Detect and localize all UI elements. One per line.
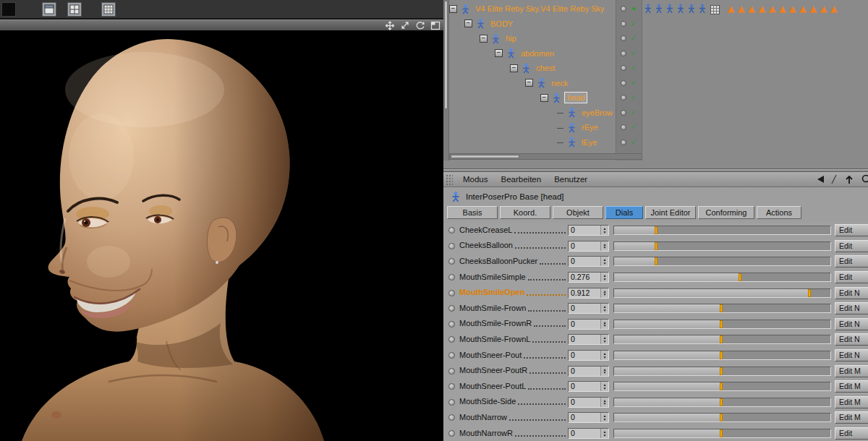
menu-benutzer[interactable]: Benutzer <box>548 175 594 184</box>
dial-slider[interactable] <box>613 413 831 422</box>
dial-value[interactable]: 0 <box>569 382 600 391</box>
attribute-tab[interactable]: Koord. <box>500 206 550 219</box>
grid-icon[interactable] <box>101 2 116 17</box>
dial-label[interactable]: MouthSmile-FrownR <box>459 319 532 329</box>
dial-spinner[interactable]: ▲ ▼ <box>600 273 608 282</box>
enabled-check-icon[interactable]: ● <box>630 5 637 12</box>
dial-spinner[interactable]: ▲ ▼ <box>600 398 608 407</box>
dial-value[interactable]: 0 <box>569 226 600 235</box>
dial-value-field[interactable]: 0 ▲ ▼ <box>568 303 609 314</box>
spinner-down-icon[interactable]: ▼ <box>603 278 607 281</box>
dial-keyframe-dot-icon[interactable] <box>448 321 455 327</box>
visibility-dot-icon[interactable] <box>621 124 626 130</box>
enabled-check-icon[interactable]: ✓ <box>630 50 637 57</box>
dial-label[interactable]: MouthSmile-FrownL <box>459 335 530 345</box>
enabled-check-icon[interactable]: ✓ <box>630 124 637 131</box>
dial-slider[interactable] <box>613 429 831 438</box>
viewport-toggle-icon[interactable] <box>430 21 441 30</box>
object-manager-horizontal-scrollbar[interactable] <box>449 153 642 160</box>
dial-label[interactable]: MouthNarrow <box>459 413 507 423</box>
spinner-down-icon[interactable]: ▼ <box>603 434 607 437</box>
dial-spinner[interactable]: ▲ ▼ <box>600 429 608 438</box>
dial-spinner[interactable]: ▲ ▼ <box>600 257 608 266</box>
dial-keyframe-dot-icon[interactable] <box>448 414 455 421</box>
attribute-tab[interactable]: Basis <box>447 206 498 219</box>
dial-edit-button[interactable]: Edit <box>835 427 868 440</box>
search-icon[interactable] <box>861 174 868 185</box>
tree-row[interactable]: − BODY ✓ <box>449 17 868 32</box>
dial-value[interactable]: 0 <box>569 320 600 329</box>
window-icon[interactable] <box>42 2 56 17</box>
dial-value[interactable]: 0 <box>569 367 600 376</box>
dial-spinner[interactable]: ▲ ▼ <box>600 335 608 344</box>
up-arrow-icon[interactable] <box>844 174 854 184</box>
figure-object-icon[interactable] <box>536 77 547 88</box>
dial-spinner[interactable]: ▲ ▼ <box>600 413 608 422</box>
menu-bearbeiten[interactable]: Bearbeiten <box>495 175 548 184</box>
dial-edit-button[interactable]: Edit <box>835 271 868 283</box>
dial-value-field[interactable]: 0.912 ▲ ▼ <box>568 288 609 299</box>
scrollbar-thumb[interactable] <box>444 1 448 109</box>
dial-label[interactable]: MouthSneer-Pout <box>459 351 522 361</box>
visibility-dot-icon[interactable] <box>621 35 626 41</box>
dial-value[interactable]: 0 <box>569 398 600 407</box>
dial-label[interactable]: CheeksBalloonPucker <box>459 257 537 267</box>
viewport-3d[interactable] <box>0 30 443 441</box>
dial-value-field[interactable]: 0 ▲ ▼ <box>568 256 609 267</box>
dial-edit-button[interactable]: Edit N <box>835 287 868 299</box>
enabled-check-icon[interactable]: ✓ <box>630 80 637 87</box>
figure-object-icon[interactable] <box>566 107 577 118</box>
ik-tag-icon[interactable] <box>687 4 696 14</box>
dial-value-field[interactable]: 0 ▲ ▼ <box>568 241 609 252</box>
dial-value[interactable]: 0 <box>569 257 600 266</box>
dial-value-field[interactable]: 0 ▲ ▼ <box>568 366 609 377</box>
dial-keyframe-dot-icon[interactable] <box>448 243 455 249</box>
attribute-tab[interactable]: Actions <box>757 206 801 219</box>
dial-label[interactable]: MouthNarrowR <box>459 429 513 439</box>
figure-object-icon[interactable] <box>566 137 577 147</box>
ik-tag-icon[interactable] <box>676 4 685 14</box>
visibility-dot-icon[interactable] <box>621 6 626 12</box>
spinner-down-icon[interactable]: ▼ <box>603 402 607 406</box>
dial-slider[interactable] <box>613 320 831 329</box>
expand-toggle-icon[interactable]: − <box>495 49 503 57</box>
grid-tag-icon[interactable] <box>710 4 720 14</box>
dial-value-field[interactable]: 0 ▲ ▼ <box>568 381 609 392</box>
dial-label[interactable]: MouthSide-Side <box>459 397 516 407</box>
enabled-check-icon[interactable]: ✓ <box>630 35 637 42</box>
spinner-down-icon[interactable]: ▼ <box>603 356 607 359</box>
dial-spinner[interactable]: ▲ ▼ <box>600 382 608 391</box>
visibility-dot-icon[interactable] <box>621 80 626 86</box>
dial-keyframe-dot-icon[interactable] <box>448 290 455 296</box>
dial-label[interactable]: MouthSmileSimple <box>459 273 526 283</box>
dial-spinner[interactable]: ▲ ▼ <box>600 320 608 329</box>
viewport-titlebar[interactable] <box>0 20 443 30</box>
visibility-dot-icon[interactable] <box>621 21 626 27</box>
dial-spinner[interactable]: ▲ ▼ <box>600 241 608 251</box>
scrollbar-thumb[interactable] <box>451 155 519 158</box>
spinner-down-icon[interactable]: ▼ <box>603 246 607 249</box>
dial-slider[interactable] <box>613 257 831 266</box>
dial-value[interactable]: 0 <box>569 429 600 438</box>
dial-label[interactable]: MouthSneer-PoutR <box>459 366 527 376</box>
dial-keyframe-dot-icon[interactable] <box>448 352 455 359</box>
dial-edit-button[interactable]: Edit M <box>835 365 868 377</box>
figure-object-icon[interactable] <box>566 122 577 133</box>
ik-tag-icon[interactable] <box>655 4 663 14</box>
morph-tag-icons[interactable]: ▲▲▲▲▲▲▲▲▲▲▲ <box>728 4 841 14</box>
object-name[interactable]: eyeBrow <box>579 108 615 118</box>
dial-keyframe-dot-icon[interactable] <box>448 258 455 265</box>
tree-row[interactable]: − head ✓ <box>449 90 868 106</box>
dial-value[interactable]: 0.912 <box>569 288 600 298</box>
dial-keyframe-dot-icon[interactable] <box>448 368 455 374</box>
dial-slider[interactable] <box>613 351 831 360</box>
spinner-down-icon[interactable]: ▼ <box>603 371 607 374</box>
object-name[interactable]: head <box>564 92 587 103</box>
ik-tag-icon[interactable] <box>644 4 652 14</box>
dial-edit-button[interactable]: Edit M <box>835 396 868 408</box>
dial-value-field[interactable]: 0 ▲ ▼ <box>568 350 609 361</box>
spinner-down-icon[interactable]: ▼ <box>603 387 607 390</box>
visibility-dot-icon[interactable] <box>621 140 626 145</box>
tree-row[interactable]: − lEye ✓ <box>449 135 868 150</box>
spinner-down-icon[interactable]: ▼ <box>603 262 607 265</box>
